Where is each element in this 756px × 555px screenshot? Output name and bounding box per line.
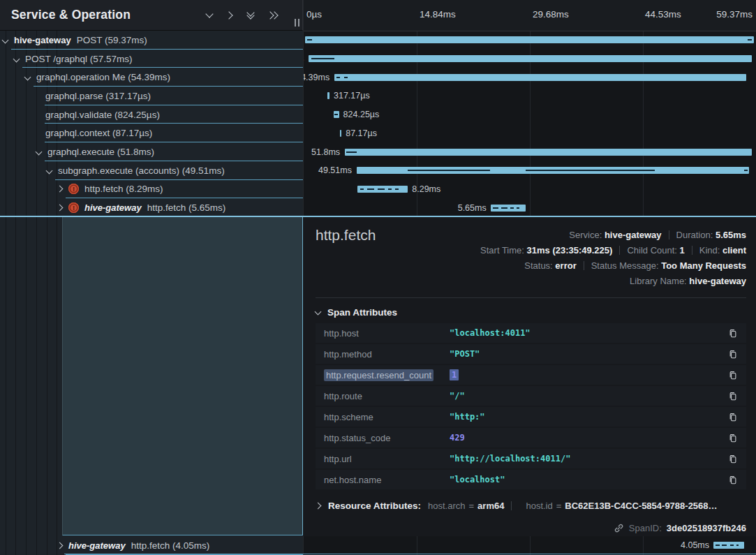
- span-label: POST /graphql (57.57ms): [25, 54, 133, 64]
- span-bar[interactable]: [357, 186, 408, 193]
- chevron-down-icon[interactable]: [36, 149, 43, 156]
- attribute-row: http.url"http://localhost:4011/": [316, 449, 746, 468]
- span-tree-row[interactable]: graphql.parse (317.17µs): [0, 87, 303, 105]
- span-duration-label: 54.39ms: [303, 68, 329, 87]
- span-meta-line: Start Time: 31ms (23:35:49.225)Child Cou…: [480, 243, 746, 258]
- chevron-right-icon[interactable]: [57, 205, 64, 212]
- span-tree-row[interactable]: subgraph.execute (accounts) (49.51ms): [0, 161, 303, 180]
- span-tree-row[interactable]: graphql.validate (824.25µs): [0, 105, 303, 124]
- span-bar[interactable]: [357, 167, 749, 174]
- chevron-down-icon[interactable]: [2, 36, 9, 43]
- child-span-marker: [408, 170, 490, 171]
- span-bar[interactable]: [334, 74, 746, 81]
- span-tree-row[interactable]: hive-gatewayhttp.fetch (5.65ms): [0, 198, 303, 217]
- attribute-row: net.host.name"localhost": [316, 470, 746, 489]
- span-label: subgraph.execute (accounts) (49.51ms): [58, 165, 225, 176]
- error-icon: [68, 184, 79, 194]
- span-tree-row[interactable]: graphql.context (87.17µs): [0, 124, 303, 143]
- copy-icon[interactable]: [728, 433, 738, 443]
- divider: [669, 230, 669, 239]
- panel-resize-handle[interactable]: [295, 19, 299, 27]
- attribute-key: http.url: [324, 454, 450, 464]
- chevron-right-icon[interactable]: [57, 542, 64, 549]
- link-icon[interactable]: [614, 523, 624, 533]
- span-duration-label: 5.65ms: [458, 198, 487, 217]
- equals-sign: =: [469, 501, 475, 511]
- chevron-down-icon[interactable]: [205, 13, 214, 18]
- tree-controls: [205, 11, 279, 20]
- meta-value: hive-gateway: [689, 276, 746, 286]
- meta-label: Service:: [569, 230, 605, 240]
- span-label: graphql.operation Me (54.39ms): [36, 72, 170, 82]
- ruler-tick-label: 59.37ms: [716, 9, 753, 20]
- span-attributes-header[interactable]: Span Attributes: [316, 307, 397, 318]
- ruler-tick-label: 0µs: [306, 9, 322, 20]
- span-tree-row[interactable]: hive-gatewayhttp.fetch (4.05ms): [0, 536, 303, 555]
- span-bar[interactable]: [305, 36, 754, 43]
- span-label: http.fetch (4.05ms): [131, 540, 210, 551]
- span-duration-label: 4.05ms: [681, 536, 709, 555]
- resource-attributes-row[interactable]: Resource Attributes: host.arch=arm64host…: [316, 501, 746, 511]
- double-chevron-down-icon[interactable]: [246, 11, 255, 20]
- span-tree-row[interactable]: hive-gatewayPOST (59.37ms): [0, 31, 303, 50]
- attribute-value: "localhost": [450, 475, 505, 484]
- span-label: graphql.validate (824.25µs): [45, 110, 160, 120]
- span-tree-row[interactable]: graphql.execute (51.8ms): [0, 142, 303, 161]
- span-bar[interactable]: [340, 130, 341, 137]
- attribute-row: http.status_code429: [316, 428, 746, 447]
- span-tree-row[interactable]: graphql.operation Me (54.39ms): [0, 68, 303, 87]
- child-span-marker: [716, 545, 720, 546]
- chevron-right-icon[interactable]: [57, 186, 64, 193]
- copy-icon[interactable]: [728, 454, 738, 464]
- child-span-marker: [367, 188, 374, 190]
- span-bar[interactable]: [345, 149, 752, 156]
- span-label: POST (59.37ms): [77, 35, 147, 45]
- child-span-marker: [501, 207, 507, 209]
- chevron-down-icon[interactable]: [46, 167, 53, 174]
- span-id-value: 3de02518937fb246: [667, 523, 746, 533]
- meta-value: 31ms (23:35:49.225): [527, 245, 613, 256]
- panel-title: Service & Operation: [11, 8, 131, 22]
- child-span-marker: [334, 114, 338, 115]
- copy-icon[interactable]: [728, 328, 738, 339]
- span-bar[interactable]: [334, 111, 339, 118]
- attribute-key: http.method: [324, 349, 450, 360]
- span-bar[interactable]: [327, 92, 329, 99]
- divider: [316, 297, 746, 298]
- attribute-value: 429: [450, 433, 465, 443]
- selected-row-highlight-line: [0, 216, 756, 217]
- copy-icon[interactable]: [728, 412, 738, 422]
- ruler-tick-label: 14.84ms: [420, 9, 456, 20]
- span-tree-row[interactable]: POST /graphql (57.57ms): [0, 50, 303, 68]
- child-span-marker: [395, 188, 399, 190]
- span-bar[interactable]: [713, 542, 744, 549]
- chevron-down-icon: [315, 309, 322, 316]
- service-name: hive-gateway: [68, 540, 126, 551]
- attribute-value: 1: [450, 370, 459, 380]
- resource-key: host.arch: [428, 501, 465, 511]
- chevron-down-icon[interactable]: [13, 55, 20, 62]
- double-chevron-right-icon[interactable]: [268, 11, 279, 20]
- copy-icon[interactable]: [728, 349, 738, 360]
- divider: [584, 261, 584, 270]
- span-label: http.fetch (5.65ms): [147, 202, 226, 213]
- span-meta-line: Library Name: hive-gateway: [480, 274, 746, 289]
- span-bar[interactable]: [309, 55, 752, 62]
- span-meta-line: Service: hive-gatewayDuration: 5.65ms: [480, 228, 746, 243]
- span-duration-label: 824.25µs: [343, 105, 380, 124]
- copy-icon[interactable]: [728, 370, 738, 380]
- attribute-row: http.request.resend_count1: [316, 365, 746, 385]
- divider: [619, 246, 620, 255]
- divider: [692, 246, 692, 255]
- copy-icon[interactable]: [728, 391, 738, 401]
- meta-value: Too Many Requests: [661, 260, 746, 271]
- meta-label: Child Count:: [627, 245, 679, 256]
- span-tree-row[interactable]: http.fetch (8.29ms): [0, 180, 303, 199]
- child-span-marker: [360, 188, 364, 190]
- span-bar[interactable]: [491, 205, 525, 212]
- chevron-down-icon[interactable]: [24, 74, 31, 81]
- copy-icon[interactable]: [728, 475, 738, 485]
- selected-span-expanded-area: [62, 217, 303, 535]
- chevron-right-icon[interactable]: [227, 11, 233, 20]
- attribute-key: http.host: [324, 328, 450, 339]
